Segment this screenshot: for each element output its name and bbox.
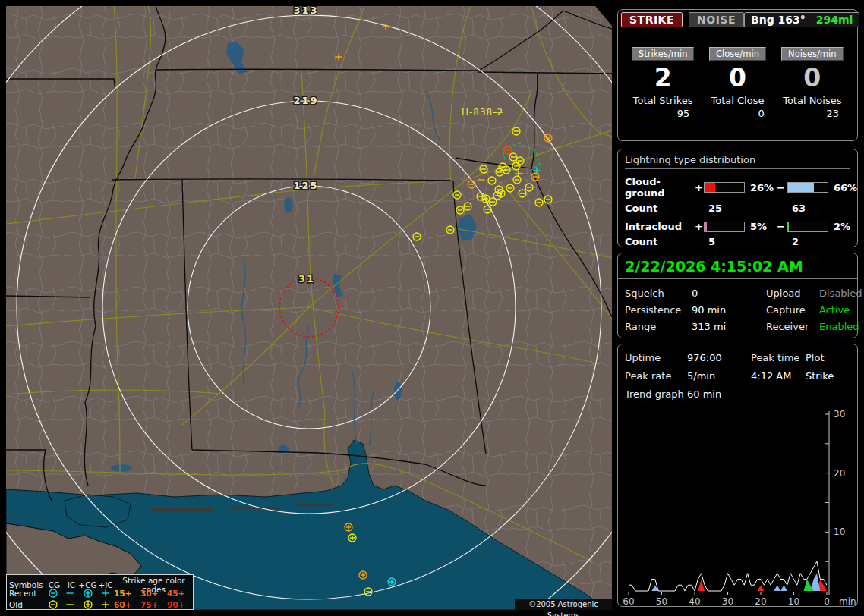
status-grid: Squelch0UploadDisabledPersistence90 minC… xyxy=(618,279,857,332)
plus-sign: + xyxy=(695,221,704,232)
ring-label: 31 xyxy=(298,273,315,284)
legend-row-label: Recent xyxy=(9,589,44,598)
count-label: Count xyxy=(625,236,695,247)
age-code: 15+ xyxy=(114,589,140,598)
status-label: Upload xyxy=(766,288,819,299)
legend-p-symbol xyxy=(97,588,114,599)
ic-plus-count: 5 xyxy=(704,236,746,247)
strikes-per-min-button[interactable]: Strikes/min xyxy=(632,47,695,61)
cloud-ground-row: Cloud-ground + 26% − 66% xyxy=(625,176,850,199)
age-code: 90+ xyxy=(167,600,194,609)
datetime: 2/22/2026 4:15:02 AM xyxy=(618,253,857,279)
status-value: 90 min xyxy=(692,304,766,316)
status-label: Capture xyxy=(766,304,819,316)
ring-label: 125 xyxy=(293,180,318,191)
peak-rate-value: 5/min xyxy=(687,370,751,382)
lightning-map[interactable]: H-838-2 31321912531 xyxy=(6,6,612,610)
y-tick-label: 20 xyxy=(834,468,845,479)
x-tick-label: 60 xyxy=(623,596,634,606)
uptime-label: Uptime xyxy=(625,352,687,363)
status-panel: 2/22/2026 4:15:02 AM Squelch0UploadDisab… xyxy=(617,253,858,338)
ic-minus-pct: 2% xyxy=(830,221,860,232)
count-label: Count xyxy=(625,203,695,214)
trend-series-CG- strikes xyxy=(629,574,827,591)
total-close-value: 0 xyxy=(700,108,774,119)
noise-button[interactable]: NOISE xyxy=(689,12,744,27)
close-per-min-value: 0 xyxy=(700,64,774,92)
app-window: H-838-2 31321912531 Symbols -CG -IC +CG … xyxy=(0,0,864,616)
ic-minus-bar xyxy=(787,222,828,232)
peak-time-label: Peak time xyxy=(751,352,806,363)
strike-symbol xyxy=(49,589,57,597)
status-value: 313 mi xyxy=(692,321,766,332)
y-tick-label: 30 xyxy=(834,409,845,420)
distribution-panel: Lightning type distribution Cloud-ground… xyxy=(617,149,858,247)
y-tick-label: 10 xyxy=(834,526,845,537)
status-label: Range xyxy=(625,321,692,332)
trend-total-line xyxy=(629,561,827,591)
legend-row-recent: Recent15+30+45+ xyxy=(9,587,194,599)
range-value: 294mi xyxy=(816,14,853,26)
total-noises-value: 23 xyxy=(775,108,850,119)
peak-rate-label: Peak rate xyxy=(625,370,687,382)
plot-value: Strike xyxy=(806,370,850,382)
status-state: Enabled xyxy=(819,321,862,332)
peak-time-value: 4:12 AM xyxy=(751,370,806,382)
plot-label: Plot xyxy=(806,352,850,363)
status-value: 0 xyxy=(692,288,766,299)
bearing-readout: Bng 163°294mi xyxy=(744,12,859,27)
cg-plus-count: 25 xyxy=(704,203,746,214)
intracloud-label: Intracloud xyxy=(625,221,695,232)
legend-cm-symbol xyxy=(44,588,61,599)
ic-plus-bar xyxy=(704,222,745,232)
plus-sign: + xyxy=(695,182,704,193)
legend-cp-symbol xyxy=(78,599,97,610)
counter-panel: STRIKE NOISE Bng 163°294mi Strikes/min 2… xyxy=(617,9,858,141)
status-label: Squelch xyxy=(625,288,692,299)
legend-m-symbol xyxy=(61,588,78,599)
ic-minus-count: 2 xyxy=(787,236,830,247)
total-close-label: Total Close xyxy=(700,95,774,106)
ring-label: 313 xyxy=(293,6,318,16)
cg-plus-bar xyxy=(704,182,745,193)
legend-m-symbol xyxy=(61,599,78,610)
status-label: Receiver xyxy=(766,321,819,332)
strike-symbol xyxy=(102,589,109,596)
strike-symbol xyxy=(84,589,92,597)
cloud-ground-counts: Count 25 63 xyxy=(625,203,850,214)
x-axis-unit: min xyxy=(839,596,856,606)
cg-minus-count: 63 xyxy=(787,203,830,214)
cloud-ground-label: Cloud-ground xyxy=(625,176,695,199)
cg-minus-bar xyxy=(787,182,828,193)
x-tick-label: 20 xyxy=(755,596,766,606)
map-legend: Symbols -CG -IC +CG +IC Strike age color… xyxy=(6,574,194,610)
x-tick-label: 40 xyxy=(689,596,700,606)
legend-cp-symbol xyxy=(78,588,97,599)
status-state: Disabled xyxy=(819,288,862,299)
age-code: 60+ xyxy=(114,600,140,609)
minus-sign: − xyxy=(777,221,787,232)
trend-graph: 1020306050403020100min xyxy=(618,391,857,606)
legend-p-symbol xyxy=(97,599,114,610)
trend-panel: Uptime 976:00 Peak time Plot Peak rate 5… xyxy=(617,344,858,607)
status-state: Active xyxy=(819,304,862,316)
strike-button[interactable]: STRIKE xyxy=(621,12,683,27)
age-code: 75+ xyxy=(140,600,167,609)
strikes-counter: Strikes/min 2 Total Strikes 95 xyxy=(626,46,700,119)
legend-row-old: Old60+75+90+ xyxy=(9,599,194,610)
x-tick-label: 50 xyxy=(656,596,667,606)
close-per-min-button[interactable]: Close/min xyxy=(709,47,766,61)
minus-sign: − xyxy=(777,182,787,193)
x-tick-label: 0 xyxy=(824,596,830,606)
strike-symbol xyxy=(49,601,57,608)
copyright: ©2005 Astrogenic Systems xyxy=(515,599,612,610)
legend-row-label: Old xyxy=(9,600,44,609)
status-label: Persistence xyxy=(625,304,692,316)
ring-label: 219 xyxy=(293,95,318,106)
noises-per-min-button[interactable]: Noises/min xyxy=(781,47,843,61)
strikes-per-min-value: 2 xyxy=(626,64,700,92)
intracloud-row: Intracloud + 5% − 2% xyxy=(625,221,850,232)
noises-per-min-value: 0 xyxy=(775,64,850,92)
age-code: 30+ xyxy=(140,589,167,598)
cg-plus-pct: 26% xyxy=(746,182,777,193)
